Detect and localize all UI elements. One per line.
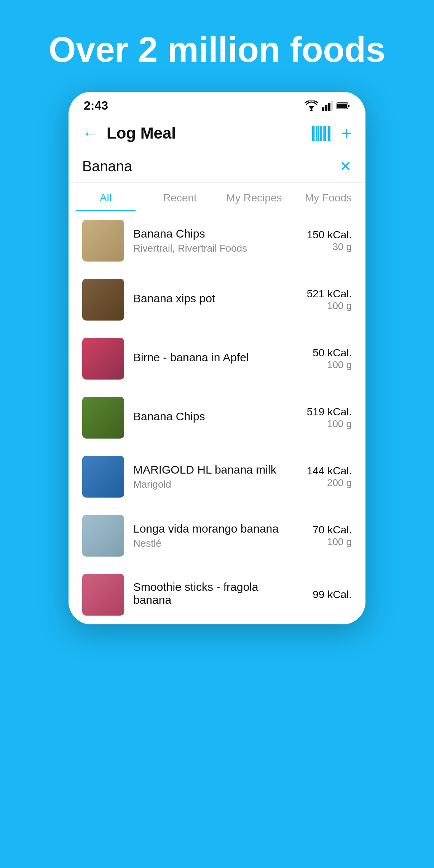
svg-rect-5 <box>331 101 333 111</box>
svg-rect-11 <box>316 126 318 141</box>
svg-rect-17 <box>328 126 330 141</box>
svg-rect-7 <box>348 105 349 107</box>
food-weight: 100 g <box>291 536 352 548</box>
food-image <box>82 397 124 439</box>
svg-rect-2 <box>322 107 324 111</box>
food-image <box>82 220 124 262</box>
food-nutrition: 99 kCal. <box>291 589 352 601</box>
wifi-icon <box>305 101 318 111</box>
food-nutrition: 521 kCal. 100 g <box>291 288 352 312</box>
food-name: Birne - banana in Apfel <box>133 351 282 364</box>
food-brand: Marigold <box>133 479 282 490</box>
food-item[interactable]: Banana xips pot 521 kCal. 100 g <box>69 270 365 329</box>
food-nutrition: 150 kCal. 30 g <box>291 229 352 253</box>
food-details: Smoothie sticks - fragola banana <box>124 581 291 609</box>
status-icons <box>305 101 350 111</box>
status-time: 2:43 <box>84 99 108 113</box>
svg-rect-12 <box>318 126 319 141</box>
svg-rect-14 <box>323 126 324 141</box>
nav-right: + <box>312 124 352 142</box>
food-weight: 200 g <box>291 477 352 489</box>
svg-rect-9 <box>312 126 314 141</box>
food-details: Banana xips pot <box>124 292 291 307</box>
hero-section: Over 2 million foods <box>0 0 434 92</box>
search-query[interactable]: Banana <box>82 158 132 175</box>
food-weight: 100 g <box>291 359 352 371</box>
food-nutrition: 519 kCal. 100 g <box>291 406 352 430</box>
add-button[interactable]: + <box>341 124 352 142</box>
food-image <box>82 338 124 380</box>
svg-rect-15 <box>324 126 326 141</box>
svg-rect-13 <box>320 126 322 141</box>
food-details: MARIGOLD HL banana milk Marigold <box>124 463 291 490</box>
food-item[interactable]: Banana Chips 519 kCal. 100 g <box>69 388 365 447</box>
food-item[interactable]: MARIGOLD HL banana milk Marigold 144 kCa… <box>69 447 365 506</box>
food-weight: 100 g <box>291 300 352 312</box>
tab-recent[interactable]: Recent <box>143 183 217 211</box>
food-brand: Nestlé <box>133 538 282 549</box>
food-calories: 50 kCal. <box>291 347 352 359</box>
phone-mockup: 2:43 <box>69 92 365 624</box>
food-details: Birne - banana in Apfel <box>124 351 291 366</box>
tabs-bar: All Recent My Recipes My Foods <box>69 183 365 211</box>
food-item[interactable]: Smoothie sticks - fragola banana 99 kCal… <box>69 565 365 624</box>
food-name: Banana Chips <box>133 227 282 240</box>
svg-rect-8 <box>337 104 347 108</box>
clear-search-button[interactable]: ✕ <box>340 158 352 175</box>
tab-my-foods[interactable]: My Foods <box>291 183 365 211</box>
food-details: Banana Chips Rivertrail, Rivertrail Food… <box>124 227 291 254</box>
food-brand: Rivertrail, Rivertrail Foods <box>133 243 282 254</box>
food-calories: 70 kCal. <box>291 524 352 536</box>
food-name: Smoothie sticks - fragola banana <box>133 581 282 606</box>
back-button[interactable]: ← <box>82 125 99 142</box>
food-item[interactable]: Longa vida morango banana Nestlé 70 kCal… <box>69 506 365 565</box>
food-name: Longa vida morango banana <box>133 522 282 535</box>
food-nutrition: 70 kCal. 100 g <box>291 524 352 548</box>
food-image <box>82 574 124 616</box>
food-item[interactable]: Banana Chips Rivertrail, Rivertrail Food… <box>69 211 365 270</box>
food-nutrition: 144 kCal. 200 g <box>291 465 352 489</box>
food-item[interactable]: Birne - banana in Apfel 50 kCal. 100 g <box>69 329 365 388</box>
svg-point-1 <box>310 109 313 111</box>
barcode-icon[interactable] <box>312 126 330 141</box>
food-name: MARIGOLD HL banana milk <box>133 463 282 476</box>
food-name: Banana xips pot <box>133 292 282 305</box>
food-calories: 150 kCal. <box>291 229 352 241</box>
search-bar: Banana ✕ <box>69 150 365 183</box>
svg-rect-4 <box>328 103 330 111</box>
battery-icon <box>337 102 350 110</box>
tab-my-recipes[interactable]: My Recipes <box>217 183 291 211</box>
app-content: ← Log Meal + Ba <box>69 116 365 624</box>
food-calories: 521 kCal. <box>291 288 352 300</box>
food-calories: 519 kCal. <box>291 406 352 418</box>
food-weight: 30 g <box>291 241 352 253</box>
tab-all[interactable]: All <box>69 183 143 211</box>
food-calories: 99 kCal. <box>291 589 352 601</box>
food-nutrition: 50 kCal. 100 g <box>291 347 352 371</box>
signal-icon <box>322 101 333 111</box>
food-weight: 100 g <box>291 418 352 430</box>
food-image <box>82 515 124 557</box>
nav-bar: ← Log Meal + <box>69 116 365 150</box>
svg-marker-0 <box>308 106 314 110</box>
food-details: Banana Chips <box>124 410 291 425</box>
svg-rect-10 <box>314 126 315 141</box>
svg-rect-16 <box>327 126 327 141</box>
food-name: Banana Chips <box>133 410 282 423</box>
food-list: Banana Chips Rivertrail, Rivertrail Food… <box>69 211 365 624</box>
food-details: Longa vida morango banana Nestlé <box>124 522 291 549</box>
status-bar: 2:43 <box>69 92 365 116</box>
nav-title: Log Meal <box>107 124 176 142</box>
food-calories: 144 kCal. <box>291 465 352 477</box>
food-image <box>82 279 124 321</box>
svg-rect-3 <box>325 105 327 111</box>
nav-left: ← Log Meal <box>82 124 176 142</box>
food-image <box>82 456 124 498</box>
hero-title: Over 2 million foods <box>49 30 385 69</box>
